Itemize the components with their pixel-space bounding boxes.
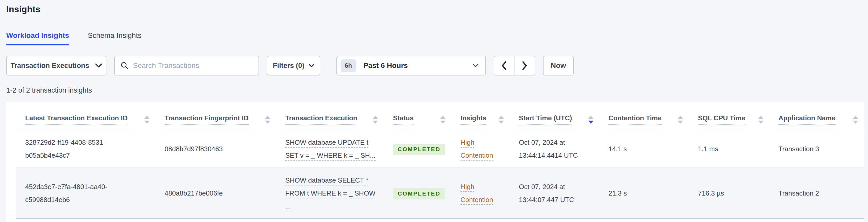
column-header-insights: Insights xyxy=(452,102,510,130)
sort-control[interactable] xyxy=(265,116,270,124)
time-range-label: Past 6 Hours xyxy=(363,61,472,70)
sort-control[interactable] xyxy=(440,116,445,124)
cell-start-time: Oct 07, 2024 at 13:44:07.447 UTC xyxy=(510,168,599,219)
cell-contention-time: 21.3 s xyxy=(599,168,689,219)
search-box[interactable] xyxy=(114,56,259,75)
insights-page: Insights Workload Insights Schema Insigh… xyxy=(0,0,868,222)
sort-control[interactable] xyxy=(588,116,593,124)
status-badge: COMPLETED xyxy=(393,188,445,199)
cell-contention-time: 14.1 s xyxy=(599,130,689,168)
cell-execution-id: 452da3e7-e7fa-4801-aa40-c59988d14eb6 xyxy=(17,168,156,219)
chevron-left-icon xyxy=(501,61,507,70)
tab-workload-insights[interactable]: Workload Insights xyxy=(6,31,69,45)
cell-start-time: Oct 07, 2024 at 13:44:14.4414 UTC xyxy=(510,130,599,168)
sort-control[interactable] xyxy=(499,116,504,124)
cell-fingerprint-id: 08d8b7d97f830463 xyxy=(156,130,276,168)
now-button[interactable]: Now xyxy=(543,56,574,75)
tabs-bar: Workload Insights Schema Insights xyxy=(0,31,868,45)
sort-control[interactable] xyxy=(373,116,378,124)
status-badge: COMPLETED xyxy=(393,144,445,155)
now-button-label: Now xyxy=(551,61,566,70)
search-input[interactable] xyxy=(133,61,253,70)
cell-sql-cpu-time: 1.1 ms xyxy=(689,130,770,168)
chevron-right-icon xyxy=(522,61,527,70)
transaction-execution-link[interactable]: SHOW database UPDATE t SET v = _ WHERE k… xyxy=(285,138,376,161)
cell-insights: High Contention xyxy=(452,130,510,168)
column-header-latest-transaction-execution-id: Latest Transaction Execution ID xyxy=(17,102,156,130)
filters-button[interactable]: Filters (0) xyxy=(267,56,320,75)
insight-link[interactable]: High Contention xyxy=(461,138,493,161)
toolbar: Transaction Executions Filters (0) 6h Pa… xyxy=(6,56,868,75)
transaction-type-dropdown-label: Transaction Executions xyxy=(10,62,89,70)
chevron-down-icon xyxy=(309,64,314,68)
insight-link[interactable]: High Contention xyxy=(461,183,493,205)
time-range-picker[interactable]: 6h Past 6 Hours xyxy=(336,56,486,75)
time-range-badge: 6h xyxy=(341,59,356,72)
column-header-application-name: Application Name xyxy=(770,102,864,130)
cell-application-name: Transaction 2 xyxy=(770,168,864,219)
column-header-sql-cpu-time: SQL CPU Time xyxy=(689,102,770,130)
column-header-transaction-fingerprint-id: Transaction Fingerprint ID xyxy=(156,102,276,130)
cell-transaction-execution: SHOW database SELECT * FROM t WHERE k = … xyxy=(276,168,384,219)
tab-schema-insights[interactable]: Schema Insights xyxy=(88,31,142,45)
cell-fingerprint-id: 480a8b217be006fe xyxy=(156,168,276,219)
filters-button-label: Filters (0) xyxy=(273,62,305,70)
sort-control[interactable] xyxy=(678,116,683,124)
results-count: 1-2 of 2 transaction insights xyxy=(6,86,868,94)
cell-transaction-execution: SHOW database UPDATE t SET v = _ WHERE k… xyxy=(276,130,384,168)
previous-range-button[interactable] xyxy=(494,56,515,75)
table-row: 328729d2-ff19-4408-8531-b05a5b4e43c7 08d… xyxy=(17,130,864,168)
cell-execution-id: 328729d2-ff19-4408-8531-b05a5b4e43c7 xyxy=(17,130,156,168)
sort-control[interactable] xyxy=(758,116,764,124)
next-range-button[interactable] xyxy=(515,56,535,75)
cell-status: COMPLETED xyxy=(384,130,452,168)
insights-table-card: Latest Transaction Execution ID Transact… xyxy=(6,102,864,222)
sort-control[interactable] xyxy=(853,116,858,124)
chevron-down-icon xyxy=(472,64,478,68)
table-header-row: Latest Transaction Execution ID Transact… xyxy=(17,102,864,130)
transaction-insights-table: Latest Transaction Execution ID Transact… xyxy=(17,102,864,219)
cell-sql-cpu-time: 716.3 µs xyxy=(689,168,770,219)
time-range-step-buttons xyxy=(494,56,535,75)
transaction-type-dropdown[interactable]: Transaction Executions xyxy=(6,56,106,75)
column-header-start-time: Start Time (UTC) xyxy=(510,102,599,130)
cell-status: COMPLETED xyxy=(384,168,452,219)
column-header-contention-time: Contention Time xyxy=(599,102,689,130)
transaction-execution-link[interactable]: SHOW database SELECT * FROM t WHERE k = … xyxy=(285,177,375,211)
cell-application-name: Transaction 3 xyxy=(770,130,864,168)
page-title: Insights xyxy=(0,0,868,14)
cell-insights: High Contention xyxy=(452,168,510,219)
chevron-down-icon xyxy=(95,63,102,68)
sort-control[interactable] xyxy=(144,116,150,124)
column-header-transaction-execution: Transaction Execution xyxy=(276,102,384,130)
column-header-status: Status xyxy=(384,102,452,130)
search-icon xyxy=(120,61,129,70)
table-row: 452da3e7-e7fa-4801-aa40-c59988d14eb6 480… xyxy=(17,168,864,219)
